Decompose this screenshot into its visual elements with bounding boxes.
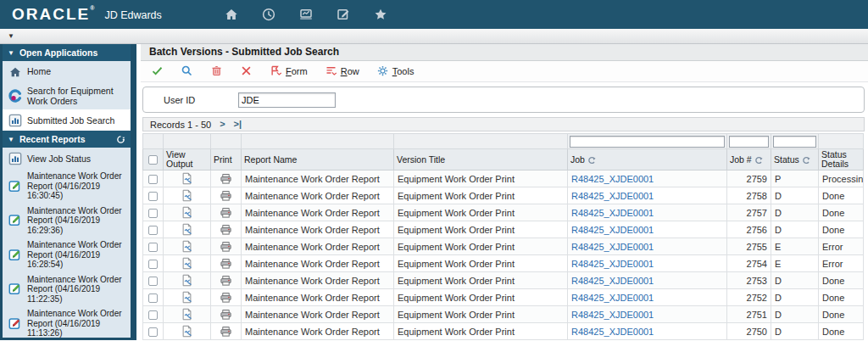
status-details-cell: Done (819, 323, 864, 340)
view-output-icon[interactable] (181, 257, 193, 267)
row-checkbox[interactable] (148, 310, 158, 320)
row-checkbox[interactable] (148, 327, 158, 337)
open-applications-header[interactable]: ▼ Open Applications (3, 44, 131, 61)
print-icon[interactable] (220, 206, 232, 216)
status-cell: E (771, 255, 819, 272)
row-exit-icon (325, 64, 337, 77)
form-menu-button[interactable]: Form (264, 63, 313, 79)
job-link[interactable]: R48425_XJDE0001 (571, 310, 654, 320)
select-all-checkbox[interactable] (148, 155, 158, 165)
col-job-number[interactable]: Job # (727, 149, 771, 170)
report-edit-icon (8, 213, 22, 227)
sidebar-report-label: Maintenance Work Order Report (04/16/201… (27, 171, 129, 201)
view-output-icon[interactable] (181, 189, 193, 199)
job-link[interactable]: R48425_XJDE0001 (571, 259, 654, 269)
print-icon[interactable] (220, 274, 232, 284)
view-output-icon[interactable] (181, 308, 193, 318)
view-output-icon[interactable] (181, 172, 193, 182)
row-checkbox[interactable] (148, 175, 158, 184)
sidebar-recent-report-item[interactable]: Maintenance Work Order Report (04/16/201… (3, 238, 131, 272)
status-cell: D (771, 289, 819, 306)
sidebar-report-label: Maintenance Work Order Report (04/16/201… (27, 309, 129, 338)
refresh-icon[interactable] (116, 135, 125, 144)
report-name-cell: Maintenance Work Order Report (242, 272, 394, 289)
report-name-cell: Maintenance Work Order Report (242, 306, 394, 323)
records-count: Records 1 - 50 (150, 120, 211, 130)
status-cell: D (771, 272, 819, 289)
sidebar-item-search-equipment-work-orders[interactable]: Search for Equipment Work Orders (3, 82, 131, 109)
job-link[interactable]: R48425_XJDE0001 (571, 208, 654, 218)
row-checkbox[interactable] (148, 226, 158, 235)
status-cell: D (771, 204, 819, 221)
row-checkbox[interactable] (148, 192, 158, 201)
view-output-icon[interactable] (181, 206, 193, 216)
report-edit-icon (8, 316, 22, 331)
view-output-icon[interactable] (181, 274, 193, 284)
view-output-icon[interactable] (181, 291, 193, 301)
recent-reports-header[interactable]: ▼ Recent Reports (3, 131, 131, 148)
sort-icon[interactable] (754, 154, 763, 164)
ok-check-button[interactable] (146, 63, 169, 79)
job-number-cell: 2752 (727, 289, 771, 306)
sort-icon[interactable] (802, 154, 810, 164)
view-output-icon[interactable] (181, 325, 193, 335)
job-link[interactable]: R48425_XJDE0001 (571, 293, 654, 303)
ribbon-dropdown-caret[interactable]: ▼ (8, 32, 14, 40)
sidebar-recent-report-item[interactable]: Maintenance Work Order Report (04/16/201… (3, 169, 131, 204)
job-link[interactable]: R48425_XJDE0001 (571, 174, 654, 184)
job-link[interactable]: R48425_XJDE0001 (571, 327, 654, 337)
col-job[interactable]: Job (568, 149, 727, 170)
view-output-icon[interactable] (181, 240, 193, 250)
col-status[interactable]: Status (771, 149, 819, 170)
status-details-cell: Processing (819, 170, 864, 187)
version-title-cell: Equipment Work Order Print (394, 238, 568, 255)
sidebar-recent-report-item[interactable]: Maintenance Work Order Report (04/16/201… (3, 204, 131, 238)
print-icon[interactable] (220, 257, 232, 267)
sidebar-recent-report-item[interactable]: Maintenance Work Order Report (04/16/201… (3, 272, 131, 307)
delete-trash-button[interactable] (205, 63, 228, 79)
print-icon[interactable] (220, 223, 232, 233)
print-icon[interactable] (220, 189, 232, 199)
print-icon[interactable] (220, 291, 232, 301)
job-link[interactable]: R48425_XJDE0001 (571, 276, 654, 286)
job-link[interactable]: R48425_XJDE0001 (571, 225, 654, 235)
job-filter-input[interactable] (570, 136, 725, 148)
job-number-cell: 2751 (727, 306, 771, 323)
print-icon[interactable] (220, 240, 232, 250)
row-menu-button[interactable]: Row (320, 63, 364, 79)
sort-icon[interactable] (587, 154, 596, 164)
sidebar-item-home[interactable]: Home (3, 61, 131, 82)
last-page-icon[interactable]: >| (234, 120, 242, 129)
find-button[interactable] (175, 63, 198, 79)
job-number-cell: 2755 (727, 238, 771, 255)
home-icon[interactable] (223, 6, 240, 23)
row-checkbox[interactable] (148, 209, 158, 218)
print-icon[interactable] (220, 308, 232, 318)
sidebar-item-submitted-job-search[interactable]: Submitted Job Search (3, 109, 131, 131)
status-details-cell: Done (819, 289, 864, 306)
compose-edit-icon[interactable] (335, 6, 352, 23)
row-checkbox[interactable] (148, 243, 158, 252)
next-page-icon[interactable]: > (220, 120, 225, 129)
sidebar-item-view-job-status[interactable]: View Job Status (3, 148, 131, 169)
user-id-input[interactable] (238, 92, 336, 108)
tools-menu-button[interactable]: Tools (371, 63, 420, 79)
job-number-cell: 2756 (727, 221, 771, 238)
row-checkbox[interactable] (148, 293, 158, 303)
print-icon[interactable] (220, 172, 232, 182)
view-output-icon[interactable] (181, 223, 193, 233)
job-number-filter-input[interactable] (729, 136, 769, 148)
print-icon[interactable] (220, 325, 232, 335)
job-link[interactable]: R48425_XJDE0001 (571, 242, 654, 252)
recent-clock-icon[interactable] (260, 6, 277, 23)
job-link[interactable]: R48425_XJDE0001 (571, 191, 654, 201)
row-checkbox[interactable] (148, 277, 158, 286)
report-name-cell: Maintenance Work Order Report (242, 204, 394, 221)
close-x-button[interactable] (235, 63, 258, 79)
watchlist-monitor-icon[interactable] (298, 6, 314, 23)
product-name: JD Edwards (104, 9, 161, 21)
favorites-star-icon[interactable] (372, 6, 389, 23)
sidebar-recent-report-item[interactable]: Maintenance Work Order Report (04/16/201… (3, 306, 131, 340)
status-filter-input[interactable] (773, 136, 816, 148)
row-checkbox[interactable] (148, 260, 158, 269)
